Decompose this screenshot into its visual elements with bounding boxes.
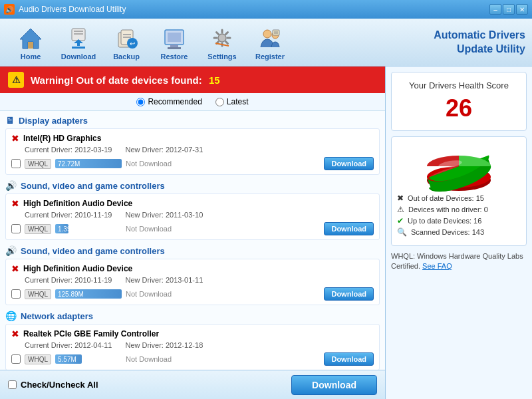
size-bar-wrap: 5.57M	[55, 354, 122, 364]
group-icon-sound2: 🔊	[5, 245, 17, 256]
group-header: 🔊 Sound, video and game controllers	[5, 180, 380, 191]
legend-warning-icon: ⚠	[397, 205, 404, 214]
svg-rect-11	[123, 37, 131, 38]
group-icon-sound1: 🔊	[5, 180, 17, 191]
group-header: 🖥 Display adapters	[5, 115, 380, 126]
svg-line-23	[217, 32, 219, 34]
health-score-box: Your Drivers Health Score 26	[391, 72, 527, 131]
chart-legend: ✖ Out of date Devices: 15 ⚠ Devices with…	[397, 194, 521, 239]
minimize-button[interactable]: –	[489, 4, 501, 15]
download-button[interactable]: Download	[324, 352, 374, 366]
radio-recommended[interactable]: Recommended	[136, 97, 201, 106]
whql-badge: WHQL	[25, 159, 51, 169]
legend-up-to-date-text: Up to date Devices: 16	[408, 217, 481, 225]
download-row: WHQL 1.39M Not Download Download	[11, 222, 374, 235]
size-bar: 72.72M	[55, 159, 122, 168]
new-driver: New Driver: 2012-07-31	[125, 146, 203, 154]
group-network: 🌐 Network adapters ✖ Realtek PCIe GBE Fa…	[5, 311, 380, 370]
current-driver: Current Driver: 2012-04-11	[25, 341, 112, 349]
download-row: WHQL 5.57M Not Download Download	[11, 352, 374, 366]
toolbar-settings[interactable]: Settings	[198, 22, 246, 63]
toolbar-download[interactable]: Download	[55, 22, 102, 63]
toolbar-home-label: Home	[21, 53, 41, 61]
whql-note: WHQL: Windows Hardware Quality Labs Cert…	[391, 251, 527, 272]
titlebar: 🔊 Audio Drivers Download Utility – □ ✕	[0, 0, 532, 19]
device-checkbox[interactable]	[11, 354, 21, 364]
toolbar-restore-label: Restore	[161, 53, 188, 61]
size-bar-wrap: 72.72M	[55, 159, 122, 168]
device-checkbox[interactable]	[11, 224, 21, 233]
download-button[interactable]: Download	[324, 157, 374, 170]
check-all-text: Check/Uncheck All	[21, 380, 98, 390]
group-label: Display adapters	[19, 116, 88, 126]
download-button[interactable]: Download	[324, 222, 374, 235]
svg-rect-4	[74, 33, 83, 35]
new-driver: New Driver: 2012-12-18	[125, 341, 203, 349]
warning-icon: ⚠	[8, 72, 24, 88]
whql-badge: WHQL	[25, 289, 51, 299]
close-button[interactable]: ✕	[516, 4, 528, 15]
device-checkbox[interactable]	[11, 159, 21, 168]
legend-scanned-text: Scanned Devices: 143	[411, 228, 484, 236]
maximize-button[interactable]: □	[503, 4, 515, 15]
download-row: WHQL 125.89M Not Download Download	[11, 287, 374, 301]
legend-out-of-date: ✖ Out of date Devices: 15	[397, 194, 521, 203]
warning-bar: ⚠ Warning! Out of date devices found: 15	[0, 66, 385, 93]
error-icon: ✖	[11, 198, 19, 209]
radio-bar: Recommended Latest	[0, 93, 385, 111]
window-controls[interactable]: – □ ✕	[489, 4, 528, 15]
health-score: 26	[397, 94, 521, 122]
svg-rect-7	[72, 47, 85, 49]
check-all-checkbox[interactable]	[8, 380, 17, 389]
toolbar-download-label: Download	[61, 53, 96, 61]
svg-text:↩: ↩	[130, 40, 135, 47]
device-item: ✖ Realtek PCIe GBE Family Controller Cur…	[5, 324, 380, 370]
not-download-label: Not Download	[126, 225, 320, 233]
main-download-button[interactable]: Download	[291, 375, 377, 395]
svg-rect-17	[168, 47, 181, 49]
device-name-row: ✖ High Definition Audio Device	[11, 263, 374, 274]
main-content: ⚠ Warning! Out of date devices found: 15…	[0, 66, 532, 399]
group-icon-network: 🌐	[5, 311, 17, 321]
radio-latest[interactable]: Latest	[215, 97, 249, 106]
check-all-label[interactable]: Check/Uncheck All	[8, 380, 98, 390]
svg-rect-1	[28, 42, 33, 49]
toolbar-register[interactable]: Register	[246, 22, 294, 63]
backup-icon: ↩	[113, 25, 140, 51]
legend-no-driver-text: Devices with no driver: 0	[408, 205, 488, 213]
register-icon	[257, 25, 283, 51]
toolbar-backup[interactable]: ↩ Backup	[102, 22, 150, 63]
size-bar: 1.39M	[55, 224, 68, 233]
legend-up-to-date: ✔ Up to date Devices: 16	[397, 216, 521, 225]
toolbar-restore[interactable]: Restore	[150, 22, 198, 63]
warning-text: Warning! Out of date devices found: 15	[31, 74, 220, 86]
download-button[interactable]: Download	[324, 287, 374, 301]
toolbar-register-label: Register	[255, 53, 285, 61]
device-checkbox[interactable]	[11, 289, 21, 299]
whql-faq-link[interactable]: See FAQ	[422, 262, 452, 270]
chart-box: ✖ Out of date Devices: 15 ⚠ Devices with…	[391, 136, 527, 246]
svg-line-24	[226, 41, 228, 43]
toolbar-home[interactable]: Home	[7, 22, 55, 63]
group-label: Sound, video and game controllers	[21, 246, 165, 256]
group-icon-display: 🖥	[5, 115, 15, 126]
toolbar-settings-label: Settings	[207, 53, 236, 61]
error-icon: ✖	[11, 133, 19, 144]
svg-point-18	[218, 34, 226, 42]
left-panel: ⚠ Warning! Out of date devices found: 15…	[0, 66, 386, 399]
device-name-row: ✖ Intel(R) HD Graphics	[11, 133, 374, 144]
error-icon: ✖	[11, 329, 19, 339]
size-bar: 125.89M	[55, 289, 122, 299]
titlebar-title: Audio Drivers Download Utility	[19, 5, 489, 14]
group-sound1: 🔊 Sound, video and game controllers ✖ Hi…	[5, 180, 380, 240]
current-driver: Current Driver: 2012-03-19	[25, 146, 112, 154]
svg-line-25	[226, 32, 228, 34]
svg-rect-3	[74, 31, 83, 32]
not-download-label: Not Download	[126, 160, 320, 168]
device-item: ✖ High Definition Audio Device Current D…	[5, 194, 380, 240]
driver-info: Current Driver: 2010-11-19 New Driver: 2…	[25, 276, 374, 284]
legend-ok-icon: ✔	[397, 216, 404, 225]
group-label: Network adapters	[21, 311, 93, 321]
error-icon: ✖	[11, 263, 19, 274]
group-display-adapters: 🖥 Display adapters ✖ Intel(R) HD Graphic…	[5, 115, 380, 175]
